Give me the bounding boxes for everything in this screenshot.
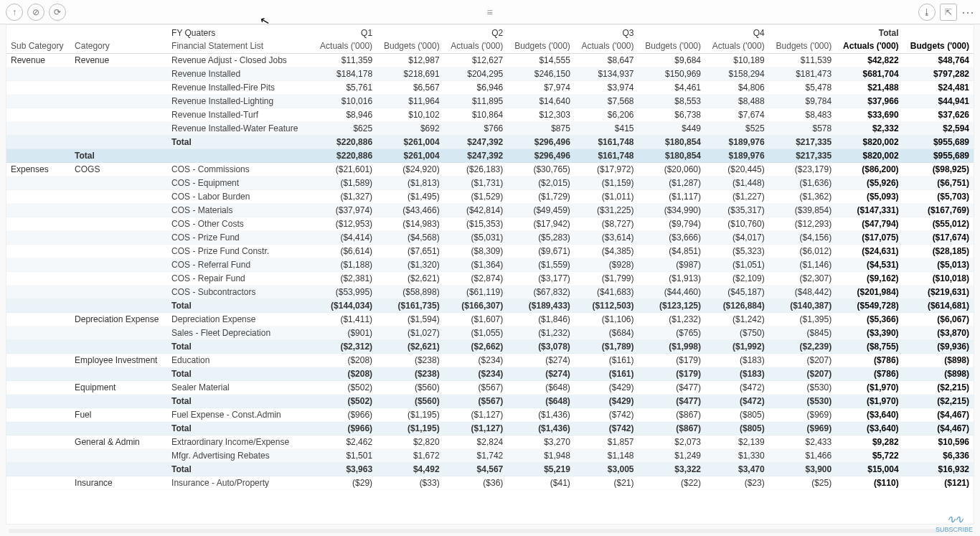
table-row[interactable]: Revenue Installed-Water Feature$625$692$… (6, 122, 974, 136)
value-cell: ($17,972) (575, 163, 639, 177)
col-q4-actuals[interactable]: Actuals ('000) (705, 39, 769, 54)
table-row[interactable]: InsuranceInsurance - Auto/Property($29)(… (6, 476, 974, 490)
table-row[interactable]: COS - Labor Burden($1,327)($1,495)($1,52… (6, 190, 974, 204)
category-total-row[interactable]: Total($208)($238)($234)($274)($161)($179… (6, 367, 974, 381)
q3-label: Q3 (575, 25, 639, 39)
value-cell: $11,895 (444, 95, 508, 108)
col-q2-budgets[interactable]: Budgets ('000) (507, 39, 575, 54)
table-row[interactable]: Revenue Installed$184,178$218,691$204,29… (6, 67, 974, 81)
value-cell: ($786) (836, 367, 903, 381)
table-row[interactable]: Revenue Installed-Fire Pits$5,761$6,567$… (6, 81, 974, 95)
value-cell: ($4,531) (836, 258, 903, 272)
value-cell: $1,672 (377, 449, 444, 463)
value-cell: $7,974 (507, 81, 575, 95)
table-row[interactable]: COS - Equipment($1,589)($1,813)($1,731)(… (6, 177, 974, 190)
table-row[interactable]: Revenue Installed-Lighting$10,016$11,964… (6, 95, 974, 108)
value-cell: $4,806 (705, 81, 769, 95)
refresh-icon[interactable]: ⟳ (49, 4, 66, 21)
value-cell: $33,690 (836, 108, 903, 122)
value-cell: ($9,671) (507, 245, 575, 258)
value-cell: ($6,012) (769, 245, 837, 258)
col-total-actuals[interactable]: Actuals ('000) (836, 39, 903, 54)
table-row[interactable]: Employee InvestmentEducation($208)($238)… (6, 354, 974, 367)
line-item-cell: COS - Equipment (167, 177, 313, 190)
value-cell: ($3,614) (575, 231, 639, 245)
col-category[interactable]: Category (70, 39, 167, 54)
report-viewport[interactable]: FY Quaters Q1 Q2 Q3 Q4 Total Sub Categor… (6, 24, 974, 525)
col-q2-actuals[interactable]: Actuals ('000) (444, 39, 508, 54)
category-total-row[interactable]: Total($2,312)($2,621)($2,662)($3,078)($1… (6, 340, 974, 354)
horizontal-scrollbar[interactable] (9, 529, 944, 533)
col-total-budgets[interactable]: Budgets ('000) (903, 39, 974, 54)
col-q4-budgets[interactable]: Budgets ('000) (769, 39, 837, 54)
table-row[interactable]: General & AdminExtraordinary Income/Expe… (6, 436, 974, 449)
col-q1-budgets[interactable]: Budgets ('000) (377, 39, 444, 54)
value-cell: ($1,789) (575, 340, 639, 354)
col-sub-category[interactable]: Sub Category (6, 39, 70, 54)
subscribe-badge[interactable]: ∿∿ SUBSCRIBE (936, 512, 973, 533)
col-q1-actuals[interactable]: Actuals ('000) (313, 39, 377, 54)
sub-total-row[interactable]: Total$220,886$261,004$247,392$296,496$16… (6, 149, 974, 163)
value-cell: ($1,055) (444, 326, 508, 340)
value-cell: $955,689 (903, 136, 974, 149)
value-cell: ($1,051) (705, 258, 769, 272)
category-total-row[interactable]: Total($144,034)($161,735)($166,307)($189… (6, 299, 974, 313)
table-row[interactable]: RevenueRevenueRevenue Adjust - Closed Jo… (6, 54, 974, 67)
popout-icon[interactable]: ⇱ (940, 4, 957, 21)
table-row[interactable]: COS - Referral Fund($1,188)($1,320)($1,3… (6, 258, 974, 272)
value-cell: $7,568 (575, 95, 639, 108)
col-financial-list[interactable]: Financial Statement List (167, 39, 313, 54)
value-cell: $134,937 (575, 67, 639, 81)
value-cell: $3,974 (575, 81, 639, 95)
value-cell: ($12,953) (313, 217, 377, 231)
value-cell: $261,004 (377, 136, 444, 149)
table-row[interactable]: Revenue Installed-Turf$8,946$10,102$10,8… (6, 108, 974, 122)
value-cell: $1,742 (444, 449, 508, 463)
table-row[interactable]: COS - Other Costs($12,953)($14,983)($15,… (6, 217, 974, 231)
value-cell: $12,987 (377, 54, 444, 67)
value-cell: ($530) (769, 381, 837, 395)
value-cell: ($23,179) (769, 163, 837, 177)
value-cell: $246,150 (507, 67, 575, 81)
total-label-cell: Total (167, 340, 313, 354)
back-icon[interactable]: ⊘ (27, 4, 44, 21)
table-row[interactable]: FuelFuel Expense - Const.Admin($966)($1,… (6, 408, 974, 422)
table-row[interactable]: COS - Subcontractors($53,995)($58,898)($… (6, 286, 974, 299)
value-cell: $3,470 (705, 463, 769, 476)
table-row[interactable]: COS - Prize Fund($4,414)($4,568)($5,031)… (6, 231, 974, 245)
table-row[interactable]: COS - Prize Fund Constr.($6,614)($7,651)… (6, 245, 974, 258)
drag-handle-icon[interactable]: ≡ (486, 6, 493, 18)
col-q3-budgets[interactable]: Budgets ('000) (638, 39, 705, 54)
value-cell: $4,567 (444, 463, 508, 476)
category-total-row[interactable]: Total($502)($560)($567)($648)($429)($477… (6, 395, 974, 408)
category-total-row[interactable]: Total$220,886$261,004$247,392$296,496$16… (6, 136, 974, 149)
value-cell: ($805) (705, 408, 769, 422)
category-total-row[interactable]: Total($966)($1,195)($1,127)($1,436)($742… (6, 422, 974, 436)
value-cell: $3,900 (769, 463, 837, 476)
value-cell: ($42,814) (444, 204, 508, 217)
table-row[interactable]: Sales - Fleet Depreciation($901)($1,027)… (6, 326, 974, 340)
col-q3-actuals[interactable]: Actuals ('000) (575, 39, 639, 54)
more-icon[interactable]: ⋯ (961, 4, 974, 20)
table-row[interactable]: Mfgr. Advertising Rebates$1,501$1,672$1,… (6, 449, 974, 463)
download-icon[interactable]: ⭳ (918, 4, 936, 21)
table-row[interactable]: COS - Repair Fund($2,381)($2,621)($2,874… (6, 272, 974, 286)
value-cell: $204,295 (444, 67, 508, 81)
category-total-row[interactable]: Total$3,963$4,492$4,567$5,219$3,005$3,32… (6, 463, 974, 476)
value-cell: $2,433 (769, 436, 837, 449)
table-row[interactable]: COS - Materials($37,974)($43,466)($42,81… (6, 204, 974, 217)
value-cell: ($7,651) (377, 245, 444, 258)
line-item-cell: Revenue Installed-Turf (167, 108, 313, 122)
up-icon[interactable]: ↑ (6, 4, 23, 21)
value-cell: ($20,060) (638, 163, 705, 177)
value-cell: $2,824 (444, 436, 508, 449)
value-cell: $9,684 (638, 54, 705, 67)
value-cell: $184,178 (313, 67, 377, 81)
category-cell (70, 204, 167, 217)
table-row[interactable]: ExpensesCOGSCOS - Commissions($21,601)($… (6, 163, 974, 177)
value-cell: ($161) (575, 367, 639, 381)
value-cell: $3,963 (313, 463, 377, 476)
table-row[interactable]: EquipmentSealer Material($502)($560)($56… (6, 381, 974, 395)
value-cell: $12,303 (507, 108, 575, 122)
table-row[interactable]: Depreciation ExpenseDepreciation Expense… (6, 313, 974, 326)
